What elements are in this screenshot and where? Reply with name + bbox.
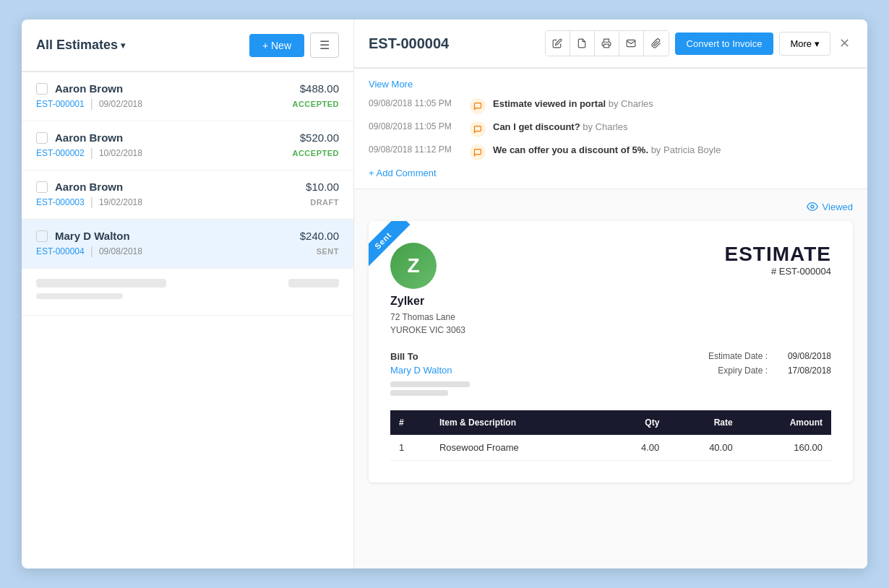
estimate-list: Aaron Brown $488.00 EST-000001 | 09/02/2…	[22, 72, 353, 568]
estimate-amount: $240.00	[300, 230, 339, 242]
company-address-line1: 72 Thomas Lane	[390, 311, 465, 324]
svg-point-1	[811, 205, 814, 208]
comment-entry: 09/08/2018 11:12 PM We can offer you a d…	[369, 144, 853, 160]
row-qty: 4.00	[604, 435, 668, 461]
more-button[interactable]: More ▾	[779, 32, 830, 56]
status-badge: ACCEPTED	[292, 100, 339, 108]
estimate-id-link[interactable]: EST-000001	[36, 99, 85, 109]
estimate-checkbox[interactable]	[36, 181, 48, 193]
status-badge: SENT	[317, 247, 339, 256]
status-badge: DRAFT	[310, 198, 339, 207]
bill-address-lines	[390, 381, 470, 396]
svg-rect-0	[604, 44, 609, 48]
expiry-date-label: Expiry Date :	[718, 366, 768, 376]
sent-ribbon: Sent	[369, 221, 426, 279]
items-table: # Item & Description Qty Rate Amount 1 R…	[390, 410, 831, 461]
estimate-date-value: 09/08/2018	[773, 351, 831, 361]
estimate-heading-text: ESTIMATE	[725, 243, 831, 266]
edit-button[interactable]	[546, 31, 570, 56]
col-description: Item & Description	[431, 410, 604, 435]
row-rate: 40.00	[668, 435, 741, 461]
email-button[interactable]	[619, 31, 644, 56]
new-button[interactable]: + New	[249, 34, 304, 57]
dropdown-arrow-icon[interactable]: ▾	[121, 40, 125, 51]
estimate-client-name: Aaron Brown	[55, 82, 123, 95]
viewed-label: Viewed	[823, 202, 853, 212]
comment-time: 09/08/2018 11:05 PM	[369, 98, 463, 108]
menu-button[interactable]: ☰	[310, 33, 339, 58]
estimate-client-name: Aaron Brown	[55, 131, 123, 144]
estimate-date: 10/02/2018	[99, 148, 142, 158]
estimate-amount: $520.00	[300, 131, 339, 144]
convert-to-invoice-button[interactable]: Convert to Invoice	[675, 33, 774, 55]
col-rate: Rate	[668, 410, 741, 435]
status-badge: ACCEPTED	[292, 149, 339, 157]
table-header-row: # Item & Description Qty Rate Amount	[390, 410, 831, 435]
bill-to-name[interactable]: Mary D Walton	[390, 365, 470, 376]
doc-header: Z Zylker 72 Thomas Lane YUROKE VIC 3063 …	[390, 243, 831, 337]
estimate-date: 19/02/2018	[99, 197, 142, 207]
estimate-list-item[interactable]: Aaron Brown $488.00 EST-000001 | 09/02/2…	[22, 72, 353, 121]
more-arrow-icon: ▾	[815, 38, 820, 49]
more-label: More	[790, 38, 812, 49]
view-more-link[interactable]: View More	[369, 79, 853, 90]
estimate-number: # EST-000004	[725, 266, 831, 277]
all-estimates-label: All Estimates	[36, 38, 118, 53]
estimate-id-link[interactable]: EST-000003	[36, 197, 85, 207]
comments-section: View More 09/08/2018 11:05 PM Estimate v…	[354, 69, 867, 189]
add-comment-link[interactable]: + Add Comment	[369, 168, 853, 178]
company-info: Zylker 72 Thomas Lane YUROKE VIC 3063	[390, 295, 465, 337]
estimate-id-title: EST-000004	[369, 35, 449, 52]
estimate-checkbox[interactable]	[36, 230, 48, 242]
comment-icon	[470, 98, 486, 114]
bill-section: Bill To Mary D Walton Estimate Date : 09…	[390, 351, 831, 396]
col-qty: Qty	[604, 410, 668, 435]
comment-icon	[470, 121, 486, 137]
row-amount: 160.00	[742, 435, 831, 461]
estimate-id-link[interactable]: EST-000002	[36, 148, 85, 158]
comment-time: 09/08/2018 11:12 PM	[369, 144, 463, 155]
viewed-badge: Viewed	[369, 201, 853, 212]
comment-time: 09/08/2018 11:05 PM	[369, 121, 463, 131]
comment-text: Can I get discount? by Charles	[493, 121, 853, 132]
estimate-list-item[interactable]: Aaron Brown $10.00 EST-000003 | 19/02/20…	[22, 170, 353, 220]
right-header: EST-000004	[354, 20, 867, 69]
skeleton-list-item	[22, 269, 353, 316]
pdf-button[interactable]	[570, 31, 595, 56]
estimate-date-row: Estimate Date : 09/08/2018	[708, 351, 831, 361]
table-row: 1 Rosewood Froame 4.00 40.00 160.00	[390, 435, 831, 461]
comments-container: 09/08/2018 11:05 PM Estimate viewed in p…	[369, 98, 853, 160]
header-title: All Estimates ▾	[36, 38, 125, 53]
right-toolbar: Convert to Invoice More ▾ ✕	[545, 30, 853, 56]
items-tbody: 1 Rosewood Froame 4.00 40.00 160.00	[390, 435, 831, 461]
toolbar-icon-group	[545, 30, 669, 56]
print-button[interactable]	[595, 31, 619, 56]
estimate-date: 09/02/2018	[99, 99, 142, 109]
comment-text: Estimate viewed in portal by Charles	[493, 98, 853, 109]
estimate-heading: ESTIMATE # EST-000004	[725, 243, 831, 277]
estimate-checkbox[interactable]	[36, 83, 48, 95]
header-actions: + New ☰	[249, 33, 339, 58]
close-button[interactable]: ✕	[836, 33, 853, 54]
company-name: Zylker	[390, 295, 465, 308]
estimate-list-item[interactable]: Aaron Brown $520.00 EST-000002 | 10/02/2…	[22, 121, 353, 170]
estimate-list-item[interactable]: Mary D Walton $240.00 EST-000004 | 09/08…	[22, 220, 353, 269]
attachment-button[interactable]	[644, 31, 669, 56]
estimate-checkbox[interactable]	[36, 132, 48, 144]
estimate-amount: $488.00	[300, 82, 339, 95]
bill-line-1	[390, 381, 470, 387]
expiry-date-value: 17/08/2018	[773, 366, 831, 376]
estimate-client-name: Mary D Walton	[55, 230, 130, 242]
date-section: Estimate Date : 09/08/2018 Expiry Date :…	[708, 351, 831, 380]
estimate-date: 09/08/2018	[99, 246, 142, 256]
estimate-id-link[interactable]: EST-000004	[36, 246, 85, 256]
left-panel: All Estimates ▾ + New ☰ Aaron Brown $488…	[22, 20, 354, 568]
row-description: Rosewood Froame	[431, 435, 604, 461]
bill-line-2	[390, 390, 448, 396]
estimate-preview: Viewed Sent Z Zylker 72 Thomas Lane YURO…	[354, 189, 867, 568]
row-num: 1	[390, 435, 431, 461]
col-num: #	[390, 410, 431, 435]
company-address-line2: YUROKE VIC 3063	[390, 324, 465, 337]
right-panel: EST-000004	[354, 20, 867, 568]
estimate-document: Sent Z Zylker 72 Thomas Lane YUROKE VIC …	[369, 221, 853, 483]
